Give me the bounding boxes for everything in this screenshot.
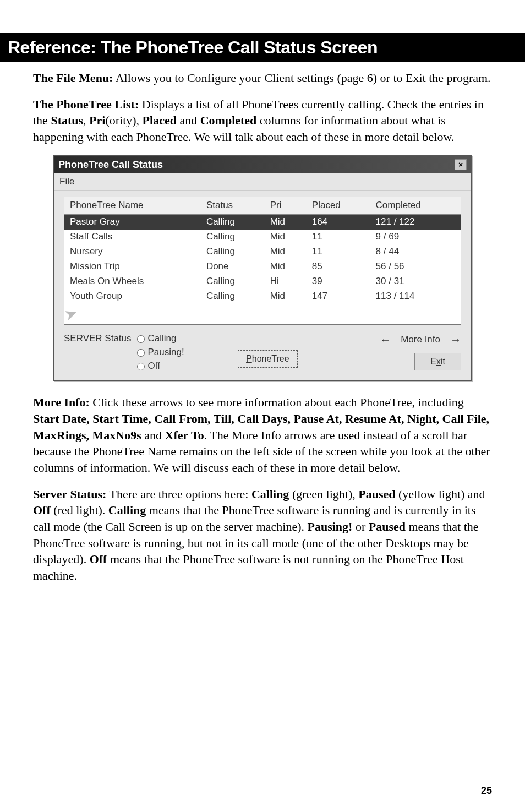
text-bold: Off bbox=[90, 552, 107, 566]
text-bold: Status bbox=[51, 113, 83, 127]
radio-icon bbox=[137, 335, 145, 343]
cell-completed: 8 / 44 bbox=[370, 244, 461, 259]
cursor-area: ➤ bbox=[64, 304, 461, 325]
table-row[interactable]: Staff CallsCallingMid119 / 69 bbox=[64, 230, 461, 244]
radio-off[interactable]: Off bbox=[137, 360, 184, 373]
paragraph-server-status: Server Status: There are three options h… bbox=[33, 486, 492, 584]
text-bold: Xfer To bbox=[165, 428, 204, 442]
phonetree-list: PhoneTree Name Status Pri Placed Complet… bbox=[64, 197, 461, 325]
cell-pri: Mid bbox=[265, 244, 307, 259]
cell-name: Pastor Gray bbox=[64, 214, 201, 229]
phonetree-button[interactable]: PhoneTree bbox=[238, 350, 298, 368]
cursor-icon: ➤ bbox=[61, 302, 80, 326]
cell-name: Mission Trip bbox=[64, 259, 201, 274]
text: and bbox=[141, 428, 165, 442]
cell-placed: 85 bbox=[307, 259, 370, 274]
radio-icon bbox=[137, 349, 145, 357]
radio-icon bbox=[137, 363, 145, 370]
button-label: it bbox=[441, 357, 445, 366]
text-bold: Pausing! bbox=[308, 520, 353, 533]
text-bold: Off bbox=[33, 503, 51, 517]
paragraph-phonetree-list: The PhoneTree List: Displays a list of a… bbox=[33, 96, 492, 145]
cell-placed: 147 bbox=[307, 289, 370, 304]
cell-status: Done bbox=[201, 259, 265, 274]
text-bold: Pri bbox=[89, 113, 105, 127]
cell-completed: 9 / 69 bbox=[370, 230, 461, 244]
radio-label: Off bbox=[148, 360, 160, 373]
arrow-left-icon[interactable]: ← bbox=[380, 333, 391, 347]
table-row[interactable]: NurseryCallingMid118 / 44 bbox=[64, 244, 461, 259]
col-status[interactable]: Status bbox=[201, 197, 265, 214]
table-row[interactable]: Mission TripDoneMid8556 / 56 bbox=[64, 259, 461, 274]
text-bold: Paused bbox=[358, 487, 395, 501]
cell-status: Calling bbox=[201, 274, 265, 289]
table-row[interactable]: Pastor GrayCallingMid164121 / 122 bbox=[64, 214, 461, 229]
label-phonetree-list: The PhoneTree List: bbox=[33, 97, 139, 111]
button-label-accel: P bbox=[246, 354, 252, 363]
page-number: 25 bbox=[481, 785, 492, 797]
cell-placed: 39 bbox=[307, 274, 370, 289]
text: There are three options here: bbox=[106, 487, 251, 501]
menu-file[interactable]: File bbox=[59, 176, 74, 187]
col-completed[interactable]: Completed bbox=[370, 197, 461, 214]
radio-calling[interactable]: Calling bbox=[137, 333, 184, 345]
cell-status: Calling bbox=[201, 244, 265, 259]
cell-status: Calling bbox=[201, 230, 265, 244]
cell-completed: 56 / 56 bbox=[370, 259, 461, 274]
label-file-menu: The File Menu: bbox=[33, 71, 113, 85]
cell-pri: Hi bbox=[265, 274, 307, 289]
more-info-label: More Info bbox=[401, 334, 440, 346]
radio-pausing[interactable]: Pausing! bbox=[137, 346, 184, 359]
cell-name: Youth Group bbox=[64, 289, 201, 304]
cell-placed: 11 bbox=[307, 230, 370, 244]
table-row[interactable]: Youth GroupCallingMid147113 / 114 bbox=[64, 289, 461, 304]
cell-placed: 164 bbox=[307, 214, 370, 229]
text: , bbox=[83, 113, 89, 127]
label-more-info: More Info: bbox=[33, 395, 90, 409]
text: (red light). bbox=[51, 503, 108, 517]
cell-completed: 121 / 122 bbox=[370, 214, 461, 229]
text: Allows you to Configure your Client sett… bbox=[113, 71, 490, 85]
col-name[interactable]: PhoneTree Name bbox=[64, 197, 201, 214]
cell-status: Calling bbox=[201, 214, 265, 229]
text-bold: Calling bbox=[108, 503, 146, 517]
cell-pri: Mid bbox=[265, 214, 307, 229]
radio-label: Calling bbox=[148, 333, 177, 345]
page-title: Reference: The PhoneTree Call Status Scr… bbox=[0, 33, 525, 62]
radio-label: Pausing! bbox=[148, 346, 184, 359]
text: (green light), bbox=[289, 487, 358, 501]
cell-pri: Mid bbox=[265, 230, 307, 244]
text: (ority), bbox=[105, 113, 142, 127]
dialog-title: PhoneTree Call Status bbox=[58, 158, 163, 171]
table-row[interactable]: Meals On WheelsCallingHi3930 / 31 bbox=[64, 274, 461, 289]
button-label: E bbox=[430, 357, 436, 366]
cell-completed: 113 / 114 bbox=[370, 289, 461, 304]
table-header-row: PhoneTree Name Status Pri Placed Complet… bbox=[64, 197, 461, 214]
paragraph-more-info: More Info: Click these arrows to see mor… bbox=[33, 394, 492, 476]
cell-pri: Mid bbox=[265, 259, 307, 274]
arrow-right-icon[interactable]: → bbox=[450, 333, 461, 347]
cell-name: Staff Calls bbox=[64, 230, 201, 244]
exit-button[interactable]: Exit bbox=[414, 353, 461, 370]
screenshot-dialog: PhoneTree Call Status × File PhoneTree N… bbox=[53, 155, 472, 381]
cell-completed: 30 / 31 bbox=[370, 274, 461, 289]
col-pri[interactable]: Pri bbox=[265, 197, 307, 214]
text-bold: Placed bbox=[143, 113, 177, 127]
text-bold: Paused bbox=[369, 520, 406, 533]
cell-status: Calling bbox=[201, 289, 265, 304]
dialog-titlebar: PhoneTree Call Status × bbox=[54, 156, 471, 173]
text: Click these arrows to see more informati… bbox=[90, 395, 464, 409]
col-placed[interactable]: Placed bbox=[307, 197, 370, 214]
text: or bbox=[352, 520, 368, 533]
button-label-accel: x bbox=[436, 357, 441, 366]
cell-name: Nursery bbox=[64, 244, 201, 259]
close-icon[interactable]: × bbox=[455, 159, 467, 170]
text-bold: Calling bbox=[251, 487, 289, 501]
cell-placed: 11 bbox=[307, 244, 370, 259]
text: (yellow light) and bbox=[395, 487, 485, 501]
cell-name: Meals On Wheels bbox=[64, 274, 201, 289]
label-server-status: Server Status: bbox=[33, 487, 106, 501]
server-status-group: SERVER Status Calling Pausing! bbox=[64, 333, 184, 373]
paragraph-file-menu: The File Menu: Allows you to Configure y… bbox=[33, 70, 492, 86]
dialog-menubar: File bbox=[54, 173, 471, 191]
